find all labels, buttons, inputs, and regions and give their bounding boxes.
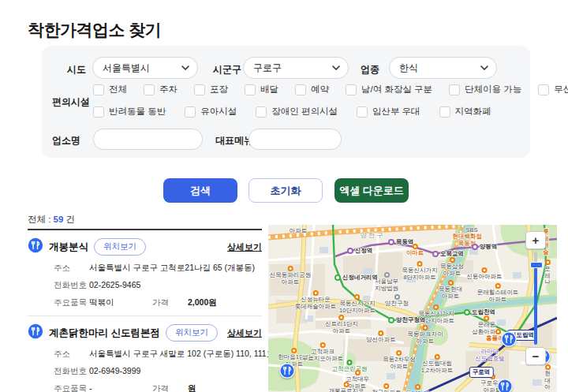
checkbox-box[interactable] <box>439 106 450 118</box>
sigungu-label: 시군구 <box>213 63 241 77</box>
map-label: 양천구 <box>360 232 385 240</box>
excel-download-button[interactable]: 엑셀 다운로드 <box>334 178 409 203</box>
checkbox-label: 무선인터넷 <box>554 84 568 95</box>
map-label: 양천구청 <box>385 294 409 308</box>
amenity-checkbox-item[interactable]: 장애인 편의시설 <box>256 106 338 118</box>
amenity-checkbox-item[interactable]: 임산부 우대 <box>357 106 420 118</box>
checkbox-label: 포장 <box>210 84 228 95</box>
checkbox-label: 임산부 우대 <box>372 106 420 118</box>
detail-link[interactable]: 상세보기 <box>227 327 262 339</box>
upjong-label: 업종 <box>361 63 379 77</box>
checkbox-box[interactable] <box>346 84 357 95</box>
price-label: 가격 <box>152 297 188 308</box>
checkbox-box[interactable] <box>538 84 549 95</box>
filter-panel: 시도 서울특별시 시군구 구로구 업종 한식 편의시설 전체주차포장배달예약남/… <box>42 46 530 158</box>
amenity-checkbox-item[interactable]: 주차 <box>144 84 178 95</box>
map-station-label: 신정네거리역 <box>334 274 378 282</box>
checkbox-box[interactable] <box>357 106 368 118</box>
amenity-checkbox-item[interactable]: 포장 <box>194 84 228 95</box>
detail-link[interactable]: 상세보기 <box>227 241 262 253</box>
amenity-checkbox-item[interactable]: 반려동물 동반 <box>93 106 166 118</box>
checkbox-box[interactable] <box>245 84 256 95</box>
map-label: 신동아아파트 <box>467 267 503 281</box>
upjong-select[interactable]: 한식 <box>389 57 497 79</box>
amenity-checkbox-item[interactable]: 남/여 화장실 구분 <box>346 84 432 95</box>
checkbox-box[interactable] <box>449 84 460 95</box>
addr-value: 서울특별시 구로구 새말로 102 (구로동) 110, 111호 <box>89 349 275 360</box>
tel-label: 전화번호 <box>54 366 89 377</box>
map-zoom-control: + − <box>525 231 546 365</box>
checkbox-box[interactable] <box>185 106 196 118</box>
store-card: 개봉분식 위치보기 상세보기 주소서울특별시 구로구 고척로21나길 65 (개… <box>28 230 262 316</box>
reset-button[interactable]: 초기화 <box>248 178 323 203</box>
checkbox-box[interactable] <box>93 84 104 95</box>
amenity-checkbox-item[interactable]: 단체이용 가능 <box>449 84 521 95</box>
map-label: 신도림대림 1,2차아파트 <box>421 354 453 374</box>
map-label: 양선아파트 <box>366 330 396 344</box>
search-button[interactable]: 검색 <box>163 178 237 203</box>
sigungu-select[interactable]: 구로구 <box>243 57 349 79</box>
store-name-input[interactable] <box>93 129 203 150</box>
checkbox-box[interactable] <box>194 84 205 95</box>
view-location-button[interactable]: 위치보기 <box>94 238 146 256</box>
amenity-checkbox-item[interactable]: 지역화폐 <box>439 106 491 118</box>
checkbox-label: 단체이용 가능 <box>465 84 521 95</box>
zoom-slider-thumb[interactable] <box>530 262 543 268</box>
map-label: 목동현대 아파트 <box>439 280 462 300</box>
amenity-checkbox-item[interactable]: 무선인터넷 <box>538 84 568 95</box>
checkbox-box[interactable] <box>93 106 104 118</box>
store-location-marker[interactable] <box>279 363 295 379</box>
zoom-out-button[interactable]: − <box>525 347 546 365</box>
map-label: 목동파크자이 아파트 <box>408 325 443 345</box>
checkbox-box[interactable] <box>144 84 155 95</box>
amenity-checkbox-item[interactable]: 전체 <box>93 84 127 95</box>
store-location-marker[interactable] <box>497 379 513 392</box>
checkbox-label: 예약 <box>311 84 329 95</box>
zoom-slider-fill <box>534 266 537 345</box>
restaurant-icon <box>28 237 43 256</box>
map-label: 라마다 신도림호텔 <box>475 349 505 362</box>
addr-label: 주소 <box>54 263 89 274</box>
item-label: 주요품목 <box>54 297 89 308</box>
total-count: 59 <box>54 215 64 224</box>
menu-input[interactable] <box>248 129 342 150</box>
checkbox-label: 반려동물 동반 <box>109 106 166 118</box>
store-name-label: 업소명 <box>52 134 80 147</box>
checkbox-label: 유아시설 <box>200 106 237 118</box>
checkbox-label: 배달 <box>260 84 278 95</box>
map-label: 청구아파트 <box>372 383 402 392</box>
map[interactable]: 아파트양천구SBS현대백화점 목동점롯데캐슬이마트신목동파리공원 아파트목동신시… <box>268 225 557 392</box>
checkbox-box[interactable] <box>295 84 306 95</box>
tel-value: 02-2625-9465 <box>89 280 140 291</box>
store-list: 개봉분식 위치보기 상세보기 주소서울특별시 구로구 고척로21나길 65 (개… <box>28 229 262 392</box>
map-label: 신목동파리공원 아파트 <box>270 266 312 286</box>
map-station-label: 양평역 <box>472 243 498 251</box>
chevron-down-icon <box>181 65 189 70</box>
sido-select[interactable]: 서울특별시 <box>92 57 198 79</box>
total-count-line: 전체 : 59 건 <box>28 214 75 226</box>
checkbox-label: 남/여 화장실 구분 <box>361 84 432 95</box>
tel-label: 전화번호 <box>54 280 89 291</box>
item-value: 떡볶이 <box>89 297 152 308</box>
map-label: 동양미래 <box>405 384 429 392</box>
price-label: 가격 <box>152 383 188 392</box>
zoom-in-button[interactable]: + <box>525 231 546 249</box>
item-label: 주요품목 <box>54 383 89 392</box>
amenity-checkbox-item[interactable]: 배달 <box>245 84 278 95</box>
amenities-row-1: 전체주차포장배달예약남/여 화장실 구분단체이용 가능무선인터넷 <box>93 84 568 95</box>
checkbox-label: 주차 <box>159 84 178 95</box>
checkbox-box[interactable] <box>256 106 267 118</box>
upjong-value: 한식 <box>399 62 418 75</box>
amenity-checkbox-item[interactable]: 유아시설 <box>185 106 237 118</box>
map-station-label: 신정역 <box>347 247 373 255</box>
map-station-label: 도림천역 <box>464 308 495 316</box>
map-label: 목동신시가지 10단지아파트 <box>339 294 376 314</box>
map-station-label: 목동역 <box>388 238 414 246</box>
zoom-slider-track[interactable] <box>534 252 537 345</box>
view-location-button[interactable]: 위치보기 <box>166 324 218 342</box>
amenities-row-2: 반려동물 동반유아시설장애인 편의시설임산부 우대지역화폐 <box>93 106 491 118</box>
store-location-marker[interactable] <box>501 331 517 347</box>
amenity-checkbox-item[interactable]: 예약 <box>295 84 329 95</box>
map-label: 신트리1단지 아파트 <box>325 315 358 334</box>
map-label: 목동2차우성 아파트 <box>383 350 416 370</box>
